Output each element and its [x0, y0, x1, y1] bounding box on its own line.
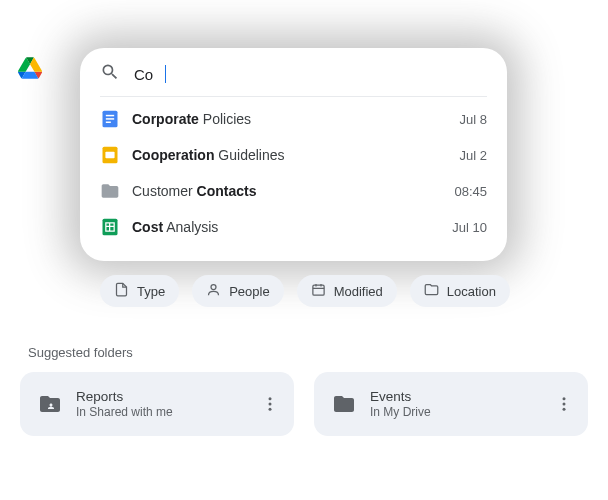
more-options-button[interactable]: [548, 388, 580, 420]
svg-point-13: [563, 403, 566, 406]
result-row[interactable]: Corporate Policies Jul 8: [80, 101, 507, 137]
chip-label: Type: [137, 284, 165, 299]
result-date: Jul 8: [460, 112, 487, 127]
svg-point-14: [563, 408, 566, 411]
search-bar[interactable]: Co: [80, 48, 507, 96]
svg-rect-3: [106, 122, 111, 124]
result-row[interactable]: Cooperation Guidelines Jul 2: [80, 137, 507, 173]
docs-icon: [100, 109, 120, 129]
result-date: Jul 2: [460, 148, 487, 163]
folder-text: Events In My Drive: [370, 389, 548, 419]
svg-rect-5: [105, 152, 114, 159]
svg-point-9: [269, 397, 272, 400]
svg-point-10: [269, 403, 272, 406]
drive-logo: [18, 57, 42, 81]
svg-rect-8: [313, 285, 324, 295]
chip-label: People: [229, 284, 269, 299]
search-results: Corporate Policies Jul 8 Cooperation Gui…: [80, 97, 507, 261]
file-outline-icon: [114, 282, 129, 300]
folder-location: In Shared with me: [76, 405, 254, 419]
folder-text: Reports In Shared with me: [76, 389, 254, 419]
folder-name: Reports: [76, 389, 254, 404]
svg-point-11: [269, 408, 272, 411]
search-icon: [100, 62, 120, 86]
chip-people[interactable]: People: [192, 275, 283, 307]
search-query-text: Co: [134, 66, 153, 83]
calendar-icon: [311, 282, 326, 300]
result-title: Cost Analysis: [132, 219, 440, 235]
section-title: Suggested folders: [28, 345, 133, 360]
folder-icon: [100, 181, 120, 201]
svg-point-12: [563, 397, 566, 400]
folder-card-reports[interactable]: Reports In Shared with me: [20, 372, 294, 436]
filter-chips-row: Type People Modified Location: [100, 275, 510, 307]
person-icon: [206, 282, 221, 300]
folder-name: Events: [370, 389, 548, 404]
chip-label: Location: [447, 284, 496, 299]
result-date: 08:45: [454, 184, 487, 199]
svg-rect-2: [106, 118, 114, 120]
chip-location[interactable]: Location: [410, 275, 510, 307]
svg-rect-1: [106, 115, 114, 117]
svg-point-7: [211, 285, 216, 290]
result-row[interactable]: Customer Contacts 08:45: [80, 173, 507, 209]
search-panel: Co Corporate Policies Jul 8 Cooperation …: [80, 48, 507, 261]
shared-folder-icon: [38, 392, 62, 416]
result-row[interactable]: Cost Analysis Jul 10: [80, 209, 507, 245]
folders-row: Reports In Shared with me Events In My D…: [20, 372, 588, 436]
folder-outline-icon: [424, 282, 439, 300]
chip-modified[interactable]: Modified: [297, 275, 397, 307]
result-date: Jul 10: [452, 220, 487, 235]
folder-card-events[interactable]: Events In My Drive: [314, 372, 588, 436]
result-title: Cooperation Guidelines: [132, 147, 448, 163]
folder-location: In My Drive: [370, 405, 548, 419]
chip-label: Modified: [334, 284, 383, 299]
result-title: Corporate Policies: [132, 111, 448, 127]
text-cursor: [165, 65, 166, 83]
folder-icon: [332, 392, 356, 416]
more-options-button[interactable]: [254, 388, 286, 420]
sheets-icon: [100, 217, 120, 237]
result-title: Customer Contacts: [132, 183, 442, 199]
slides-icon: [100, 145, 120, 165]
chip-type[interactable]: Type: [100, 275, 179, 307]
